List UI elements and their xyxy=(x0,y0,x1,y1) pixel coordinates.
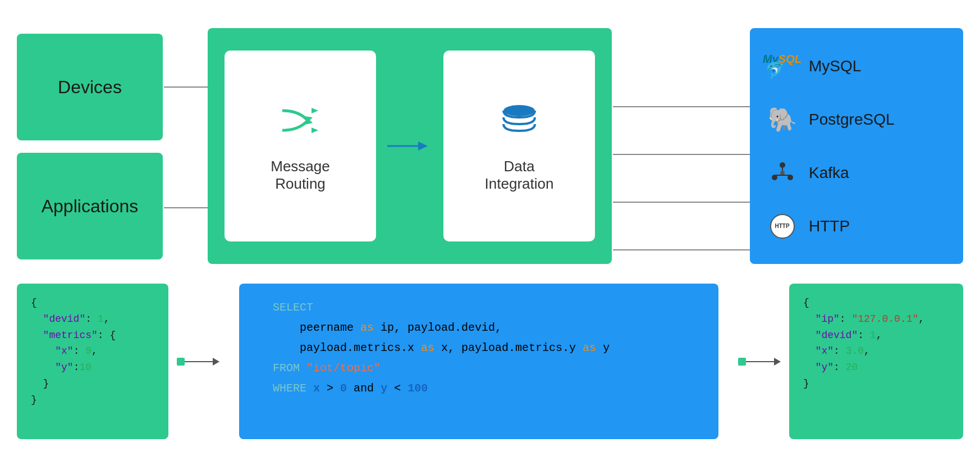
sql-fields-1: peername as ip, payload.devid, xyxy=(273,318,685,338)
bottom-left-json: { "devid": 1, "metrics": { "x": 9, "y":1… xyxy=(17,284,168,439)
svg-point-13 xyxy=(780,162,785,168)
left-sources: Devices Applications xyxy=(17,34,163,259)
arrowhead-right xyxy=(774,358,781,366)
http-badge: HTTP xyxy=(770,214,795,239)
postgresql-icon: 🐘 xyxy=(767,104,798,135)
bottom-right-connector xyxy=(730,284,789,439)
bottom-left-connector xyxy=(168,284,228,439)
sql-from: FROM "iot/topic" xyxy=(273,358,685,379)
mysql-label: MySQL xyxy=(809,57,861,75)
svg-point-16 xyxy=(780,171,785,175)
bottom-section: { "devid": 1, "metrics": { "x": 9, "y":1… xyxy=(17,284,963,439)
kafka-item: Kafka xyxy=(767,157,946,188)
diagram: Devices Applications xyxy=(0,0,980,456)
sql-select: SELECT xyxy=(273,298,685,318)
devices-label: Devices xyxy=(58,77,122,98)
postgresql-item: 🐘 PostgreSQL xyxy=(767,104,946,135)
data-integration-card: DataIntegration xyxy=(443,51,595,241)
svg-marker-11 xyxy=(418,142,428,151)
center-green-inner: MessageRouting xyxy=(208,28,612,264)
center-green-box: MessageRouting xyxy=(208,28,612,264)
right-arrow-connector xyxy=(738,358,781,366)
connector-dot-left xyxy=(177,358,185,366)
http-icon: HTTP xyxy=(767,211,798,241)
svg-marker-9 xyxy=(312,127,318,133)
message-routing-card: MessageRouting xyxy=(225,51,376,241)
right-blue-box: MySQL 🐬 MySQL 🐘 PostgreSQL xyxy=(750,28,963,264)
applications-label: Applications xyxy=(42,196,139,217)
sql-fields-2: payload.metrics.x as x, payload.metrics.… xyxy=(273,338,685,358)
layers-icon xyxy=(497,99,542,147)
http-label: HTTP xyxy=(809,217,850,235)
http-item: HTTP HTTP xyxy=(767,211,946,241)
connector-line-right xyxy=(746,361,774,362)
integrations-list: MySQL 🐬 MySQL 🐘 PostgreSQL xyxy=(750,28,963,264)
message-routing-label: MessageRouting xyxy=(271,158,330,193)
mysql-item: MySQL 🐬 MySQL xyxy=(767,51,946,81)
mysql-icon: MySQL 🐬 xyxy=(767,51,798,81)
left-arrow-connector xyxy=(177,358,219,366)
svg-marker-8 xyxy=(312,108,318,113)
arrowhead-left xyxy=(213,358,219,366)
applications-box: Applications xyxy=(17,153,163,259)
sql-where: WHERE x > 0 and y < 100 xyxy=(273,379,685,399)
data-integration-label: DataIntegration xyxy=(485,158,554,193)
bottom-center-sql: SELECT peername as ip, payload.devid, pa… xyxy=(239,284,718,439)
top-section: Devices Applications xyxy=(17,17,963,272)
kafka-icon xyxy=(767,157,798,188)
devices-box: Devices xyxy=(17,34,163,140)
connector-line-left xyxy=(185,361,213,362)
kafka-label: Kafka xyxy=(809,164,849,182)
connector-dot-right xyxy=(738,358,746,366)
bottom-right-json: { "ip": "127.0.0.1", "devid": 1, "x": 3.… xyxy=(789,284,963,439)
postgresql-label: PostgreSQL xyxy=(809,111,895,129)
svg-point-12 xyxy=(503,105,535,116)
center-arrow xyxy=(376,135,443,157)
shuffle-icon xyxy=(278,99,323,147)
